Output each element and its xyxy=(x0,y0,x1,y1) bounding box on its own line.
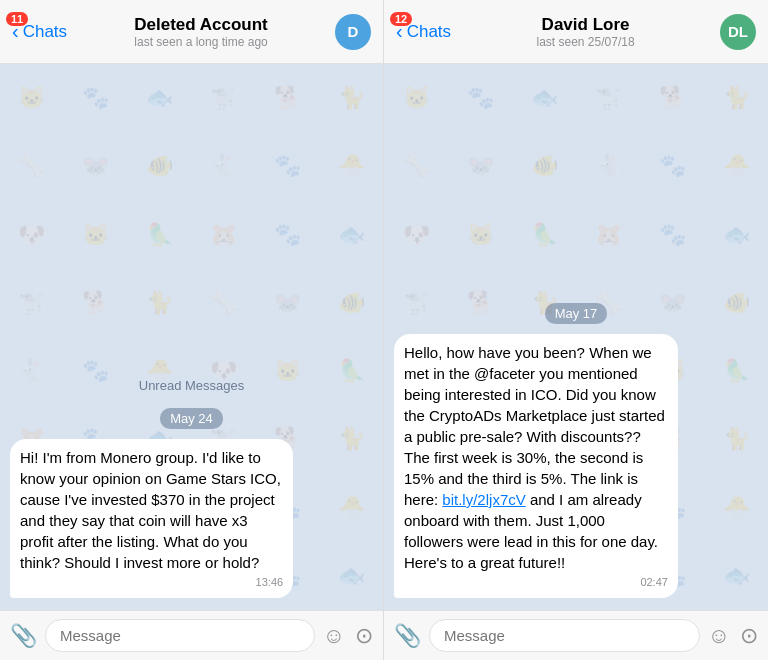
right-header-center: David Lore last seen 25/07/18 xyxy=(537,15,635,49)
left-chat-bg: 🐱 🐾 🐟 🐩 🐕 🐈 🦴 🐭 🐠 🐇 🐾 🐣 🐶 🐱 🦜 🐹 🐾 🐟 🐩 🐕 … xyxy=(0,64,383,610)
left-chat-panel: 11 ‹ Chats Deleted Account last seen a l… xyxy=(0,0,384,660)
right-header: 12 ‹ Chats David Lore last seen 25/07/18… xyxy=(384,0,768,64)
right-contact-name: David Lore xyxy=(542,15,630,35)
right-attach-icon[interactable]: 📎 xyxy=(394,623,421,649)
left-back-label: Chats xyxy=(23,22,67,42)
left-header-center: Deleted Account last seen a long time ag… xyxy=(134,15,268,49)
left-camera-icon[interactable]: ⊙ xyxy=(355,623,373,649)
right-sticker-icon[interactable]: ☺ xyxy=(708,623,730,649)
right-contact-status: last seen 25/07/18 xyxy=(537,35,635,49)
right-message-link[interactable]: bit.ly/2ljx7cV xyxy=(442,491,525,508)
right-badge: 12 xyxy=(390,12,412,26)
right-message-bubble: Hello, how have you been? When we met in… xyxy=(394,334,678,598)
right-messages: May 17 Hello, how have you been? When we… xyxy=(384,64,768,610)
right-back-label: Chats xyxy=(407,22,451,42)
left-input-bar: 📎 ☺ ⊙ xyxy=(0,610,383,660)
right-input-right-icons: ☺ ⊙ xyxy=(708,623,758,649)
left-attach-icon[interactable]: 📎 xyxy=(10,623,37,649)
right-input-bar: 📎 ☺ ⊙ xyxy=(384,610,768,660)
left-header: 11 ‹ Chats Deleted Account last seen a l… xyxy=(0,0,383,64)
left-message-bubble: Hi! I'm from Monero group. I'd like to k… xyxy=(10,439,293,598)
left-contact-name: Deleted Account xyxy=(134,15,268,35)
left-messages: Unread Messages May 24 Hi! I'm from Mone… xyxy=(0,64,383,610)
right-camera-icon[interactable]: ⊙ xyxy=(740,623,758,649)
left-input-right-icons: ☺ ⊙ xyxy=(323,623,373,649)
left-sticker-icon[interactable]: ☺ xyxy=(323,623,345,649)
right-chat-bg: 🐱 🐾 🐟 🐩 🐕 🐈 🦴 🐭 🐠 🐇 🐾 🐣 🐶 🐱 🦜 🐹 🐾 🐟 🐩 🐕 … xyxy=(384,64,768,610)
left-message-input[interactable] xyxy=(45,619,315,652)
right-message-time: 02:47 xyxy=(404,575,668,590)
right-message-input[interactable] xyxy=(429,619,700,652)
left-unread-label: Unread Messages xyxy=(10,378,373,393)
left-message-time: 13:46 xyxy=(20,575,283,590)
right-chat-panel: 12 ‹ Chats David Lore last seen 25/07/18… xyxy=(384,0,768,660)
right-back-button[interactable]: 12 ‹ Chats xyxy=(396,20,451,43)
right-message-text-before-link: Hello, how have you been? When we met in… xyxy=(404,344,665,508)
left-back-button[interactable]: 11 ‹ Chats xyxy=(12,20,67,43)
left-badge: 11 xyxy=(6,12,28,26)
right-date-label: May 17 xyxy=(394,304,758,322)
left-date-label: May 24 xyxy=(10,409,373,427)
right-avatar[interactable]: DL xyxy=(720,14,756,50)
left-contact-status: last seen a long time ago xyxy=(134,35,267,49)
left-message-text: Hi! I'm from Monero group. I'd like to k… xyxy=(20,449,281,571)
left-avatar[interactable]: D xyxy=(335,14,371,50)
